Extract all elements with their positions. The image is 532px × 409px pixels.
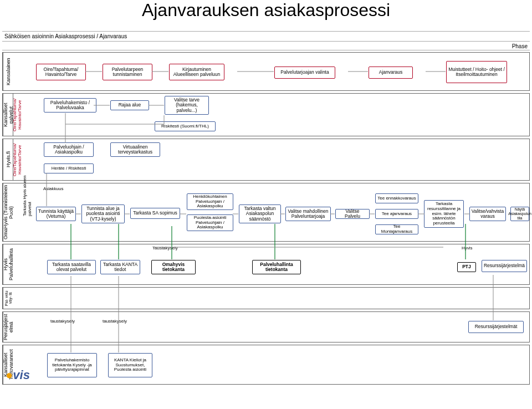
box-mahd: Valitse mahdollinen Palveluntarjoaja <box>285 207 331 221</box>
lane-label: Hyvis Palveluhallinta <box>3 244 13 284</box>
lane-kansalliset-tietovarannot: Kansalliset Tietovarannot Palveluhakemis… <box>2 345 530 385</box>
rule <box>2 31 530 32</box>
lane-body: Taustakysely Hyvis Tarkasta saatavilla o… <box>14 244 529 284</box>
box-oire: Oire/Tapahtuma/ Havainto/Tarve <box>36 64 86 80</box>
phase-label: Phase <box>512 43 528 49</box>
lane-body: Palveluhakemisto / Palveluvaaka Rajaa al… <box>22 94 529 136</box>
box-ajan: Tee ajanvaraus <box>375 209 418 219</box>
box-valtun: Tarkasta valtun Asiakaspolun säännöstö <box>239 204 281 223</box>
box-kanta-db: KANTA Kiellot ja Suostumukset, Puolesta … <box>108 353 152 377</box>
lane-kansalliset-palvelut: Kansalliset palvelut Oire/Tapahtuma/ Hav… <box>2 93 530 136</box>
box-vtj: Tunnista alue ja puolesta asiointi (VTJ-… <box>81 204 125 223</box>
box-palveluhakemisto: Palveluhakemisto / Palveluvaaka <box>44 98 96 113</box>
lane-hyvis-fi: Hyvis.fi Oire/Tapahtuma/ Havainto/Tarve … <box>2 139 530 181</box>
box-rajaa-alue: Rajaa alue <box>110 100 149 110</box>
box-puol: Puolesta-asiointi Palveluohjain / Asiaka… <box>187 214 233 231</box>
rule <box>2 50 530 50</box>
lane-omahyvis: OmaHyvis (Tunnisteinen Puoli) Tunnista k… <box>2 183 530 242</box>
box-valp: Valitse Palvelu <box>335 209 370 219</box>
label-taustakysely-2: taustakysely <box>103 319 127 324</box>
box-monia: Tee Moniajanvaraus <box>375 224 418 234</box>
box-ptj: PTJ <box>457 262 476 272</box>
box-herate: Heräte / Riskitesti <box>44 163 94 173</box>
box-tarjoaja: Palvelutarjoajan valinta <box>274 67 335 79</box>
box-ennakko: Tee ennakkovaraus <box>375 193 418 203</box>
hyvis-logo: ●vis <box>6 368 30 382</box>
box-virtuaalinen: Virtuaalinen terveystarkastus <box>110 142 160 157</box>
box-muistutteet: Muistutteet / Hoito- ohjeet / Itseilmoit… <box>446 61 507 83</box>
diagram-root: Ajanvarauksen asiakasprosessi Sähköisen … <box>0 0 532 409</box>
box-kirjautuminen: Kirjautuminen Alueelliseen palveluun <box>169 64 224 80</box>
lane-palveluvayla: Pal- velu väy- lä <box>2 287 530 309</box>
lane-body: Tunnista käyttäjä (Vetuma) Tunnista alue… <box>14 183 529 241</box>
box-palveluhakemisto-db: Palveluhakemisto tietokanta Kysely -ja p… <box>47 353 97 377</box>
lane-body: Oire/Tapahtuma/ Havainto/Tarve Palveluta… <box>14 53 529 90</box>
sublane-label: Oire/Tapahtuma/ Havainto/Tarve <box>13 94 21 136</box>
label-taustakysely-1: taustakysely <box>50 319 75 324</box>
lane-label: Pal- velu väy- lä <box>3 288 13 309</box>
box-kanta-tiedot: Tarkasta KANTA tiedot <box>100 260 140 274</box>
diagram-title: Ajanvarauksen asiakasprosessi <box>0 0 532 21</box>
box-vahv: Valitse/vahvista varaus <box>469 207 506 221</box>
box-sa: Tarkasta SA sopimus <box>130 208 180 219</box>
box-resurssijarjestelma: Resurssijärjestelmä <box>482 260 527 272</box>
lane-body: taustakysely taustakysely Resurssijärjes… <box>14 312 529 342</box>
box-ajanvaraus: Ajanvaraus <box>369 67 413 79</box>
lane-body <box>14 288 529 309</box>
logo-dot-icon: ● <box>6 368 13 382</box>
lane-hyvis-palveluhallinta: Hyvis Palveluhallinta Taustakysely Hyvis… <box>2 244 530 285</box>
breadcrumb: Sähköisen asioinnin Asiakasprosessi / Aj… <box>4 33 127 39</box>
sublane-label: Oire/Tapahtuma/ Havainto/Tarve <box>13 139 21 180</box>
lane-label: Kansalainen <box>3 53 13 90</box>
lane-kansalainen: Kansalainen Oire/Tapahtuma/ Havainto/Tar… <box>2 52 530 91</box>
lane-label: Perusjärjest elmä <box>3 312 13 342</box>
label-taustakysely: Taustakysely <box>152 246 178 250</box>
box-riskitesti: Riskitesti (Suomi.fi/THL) <box>155 121 216 131</box>
box-palveluohjain: Palveluohjain / Asiakaspolku <box>44 142 94 157</box>
box-omahyvis-db: Omahyvis tietokanta <box>151 260 196 274</box>
lane-perusjarjestelma: Perusjärjest elmä taustakysely taustakys… <box>2 311 530 342</box>
box-henk: Henkilökohtainen Palveluohjain / Asiakas… <box>187 193 233 210</box>
lane-body: Palveluohjain / Asiakaspolku Virtuaaline… <box>22 139 529 180</box>
box-palveluhallinta-db: Palveluhallinta tietokanta <box>252 260 301 274</box>
rule <box>2 41 530 42</box>
label-hyvis: Hyvis <box>462 246 473 250</box>
box-valitse-tarve: Valitse tarve (hakemus, palvelu...) <box>165 96 209 115</box>
box-tila: Näytä Asiakaspolun tila <box>510 207 529 221</box>
lane-body: Palveluhakemisto tietokanta Kysely -ja p… <box>14 345 529 384</box>
box-resurssijarjestelmat: Resurssijärjestelmät <box>468 321 524 333</box>
box-saatavilla: Tarkasta saatavilla olevat palvelut <box>47 260 96 274</box>
lane-label: OmaHyvis (Tunnisteinen Puoli) <box>3 183 13 241</box>
logo-text: vis <box>13 368 30 382</box>
box-vetuma: Tunnista käyttäjä (Vetuma) <box>36 207 76 221</box>
box-res: Tarkasta resurssitilanne ja esim. lähete… <box>424 200 464 228</box>
box-tarpeen: Palvelutarpeen tunnistaminen <box>103 64 152 80</box>
